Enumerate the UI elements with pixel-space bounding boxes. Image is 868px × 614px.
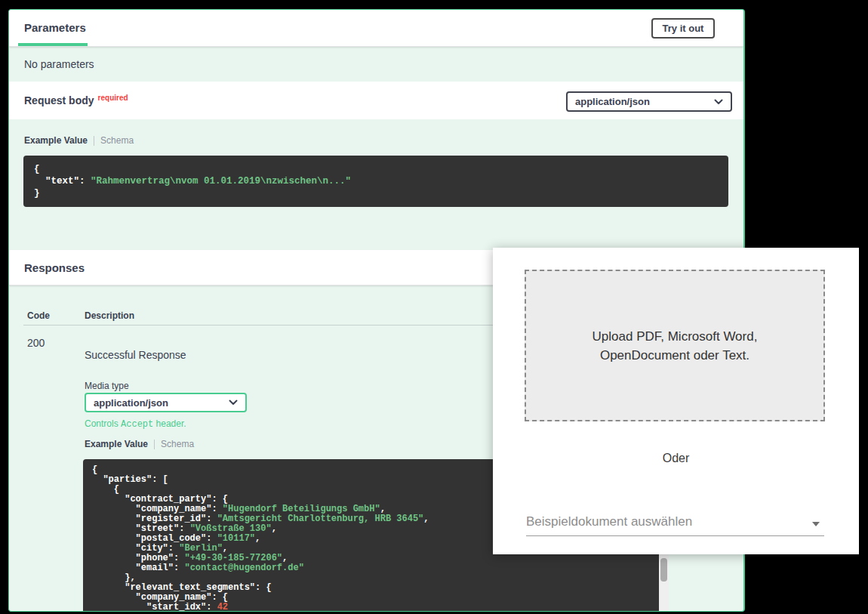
controls-accept-note: Controls Accept header. [85,418,186,430]
request-example-code: { "text": "Rahmenvertrag\nvom 01.01.2019… [23,156,728,207]
request-content-type-select[interactable]: application/json [566,91,732,112]
chevron-down-icon [714,99,723,105]
screen-background: Parameters Try it out No parameters Requ… [0,0,868,614]
dropdown-arrow-icon [812,522,820,526]
responses-title: Responses [24,261,85,274]
request-example-tabs: Example Value Schema [24,135,134,146]
tab-example-value[interactable]: Example Value [85,439,148,449]
tab-divider [154,440,155,449]
status-code: 200 [27,337,45,349]
upload-dialog: Upload PDF, Microsoft Word, OpenDocument… [493,248,859,554]
active-tab-underline [18,43,88,46]
request-body-title: Request bodyrequired [24,94,128,106]
code-column-header: Code [27,310,50,321]
scrollbar-thumb[interactable] [660,558,667,582]
description-column-header: Description [85,310,134,321]
upload-dropzone-text: Upload PDF, Microsoft Word, OpenDocument… [547,327,803,365]
response-media-type-value: application/json [94,397,168,409]
example-document-select[interactable]: Beispieldokument auswählen [526,512,824,536]
parameters-tab[interactable]: Parameters [24,21,86,34]
upload-dropzone[interactable]: Upload PDF, Microsoft Word, OpenDocument… [525,270,825,421]
required-badge: required [98,94,128,102]
request-content-type-value: application/json [575,96,650,107]
response-example-tabs: Example Value Schema [85,439,194,449]
or-separator-label: Oder [493,452,859,465]
response-media-type-select[interactable]: application/json [85,393,247,412]
parameters-header: Parameters Try it out [9,10,743,47]
tab-schema[interactable]: Schema [161,439,194,449]
no-parameters-label: No parameters [24,58,94,70]
try-it-out-button[interactable]: Try it out [651,18,715,39]
tab-divider [94,136,94,146]
example-document-placeholder: Beispieldokument auswählen [526,514,692,529]
media-type-label: Media type [85,381,129,391]
chevron-down-icon [229,400,238,406]
response-description: Successful Response [85,349,186,361]
tab-example-value[interactable]: Example Value [24,135,88,146]
tab-schema[interactable]: Schema [100,135,134,146]
no-parameters-row: No parameters [9,47,743,82]
